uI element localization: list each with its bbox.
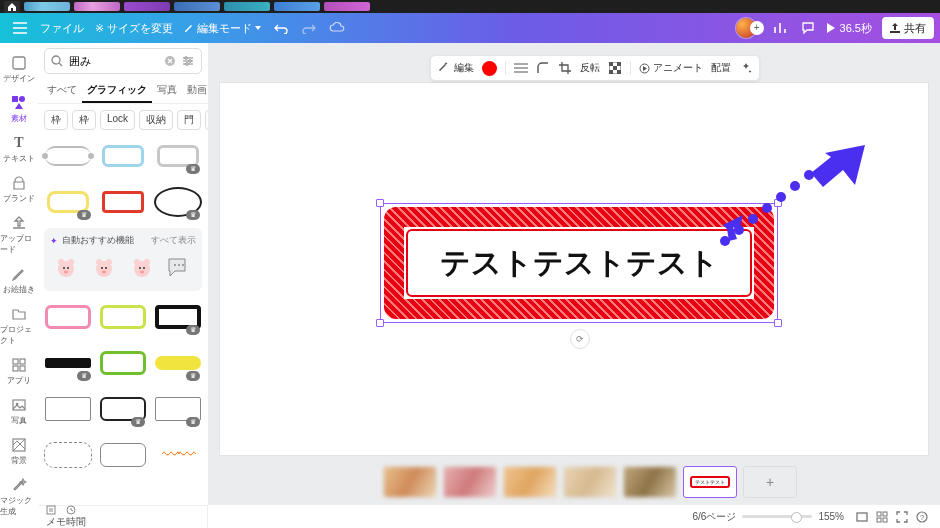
- search-options-icon[interactable]: [181, 54, 195, 68]
- asset-item[interactable]: [99, 297, 148, 337]
- search-box[interactable]: [44, 48, 202, 74]
- asset-item[interactable]: [99, 343, 148, 383]
- recommend-see-all[interactable]: すべて表示: [151, 234, 196, 247]
- asset-item[interactable]: ♛: [153, 297, 202, 337]
- chip[interactable]: 収納: [139, 110, 173, 130]
- border-style-icon[interactable]: [514, 61, 528, 75]
- analytics-icon[interactable]: [768, 16, 792, 40]
- duration-button[interactable]: 時間: [66, 505, 86, 528]
- fullscreen-icon[interactable]: [896, 511, 908, 523]
- transparency-icon[interactable]: [608, 61, 622, 75]
- asset-item[interactable]: [44, 435, 93, 475]
- file-menu[interactable]: ファイル: [34, 18, 90, 38]
- page-thumb[interactable]: [623, 466, 677, 498]
- asset-item[interactable]: ♛: [99, 389, 148, 429]
- resize-handle[interactable]: [774, 319, 782, 327]
- resize-handle[interactable]: [376, 199, 384, 207]
- asset-item[interactable]: ♛: [153, 343, 202, 383]
- tab-video[interactable]: 動画: [182, 79, 208, 103]
- asset-item[interactable]: [99, 136, 148, 176]
- play-preview-button[interactable]: 36.5秒: [826, 21, 872, 36]
- asset-item[interactable]: ♛: [153, 389, 202, 429]
- rail-upload[interactable]: アップロード: [0, 209, 38, 260]
- rail-apps[interactable]: アプリ: [0, 351, 38, 391]
- page-thumb-current[interactable]: テストテスト: [683, 466, 737, 498]
- share-button[interactable]: 共有: [882, 17, 934, 39]
- asset-item[interactable]: [44, 297, 93, 337]
- edit-image-button[interactable]: 編集: [437, 61, 474, 75]
- menu-icon[interactable]: [8, 16, 32, 40]
- page-thumb[interactable]: [383, 466, 437, 498]
- more-tools-icon[interactable]: [739, 61, 753, 75]
- asset-item[interactable]: 〰〰: [153, 435, 202, 475]
- browser-tab[interactable]: [324, 2, 370, 11]
- rail-text[interactable]: Tテキスト: [0, 129, 38, 169]
- cloud-sync-icon[interactable]: [325, 16, 349, 40]
- search-input[interactable]: [67, 52, 159, 70]
- page-thumb[interactable]: [563, 466, 617, 498]
- corner-radius-icon[interactable]: [536, 61, 550, 75]
- recommend-item[interactable]: [126, 251, 158, 285]
- animate-button[interactable]: アニメート: [639, 61, 703, 75]
- chip[interactable]: 枠: [72, 110, 96, 130]
- edit-mode-menu[interactable]: 編集モード: [178, 18, 267, 38]
- browser-tab[interactable]: [174, 2, 220, 11]
- rail-magic[interactable]: マジック生成: [0, 471, 38, 522]
- svg-rect-55: [883, 512, 887, 516]
- rail-projects[interactable]: プロジェクト: [0, 300, 38, 351]
- svg-text:?: ?: [920, 513, 925, 522]
- notes-button[interactable]: メモ: [46, 505, 66, 528]
- rail-photo[interactable]: 写真: [0, 391, 38, 431]
- fill-color-swatch[interactable]: [482, 61, 497, 76]
- recommend-item[interactable]: [164, 251, 196, 285]
- grid-view-icon[interactable]: [876, 511, 888, 523]
- clear-search-icon[interactable]: [163, 54, 177, 68]
- tab-graphic[interactable]: グラフィック: [82, 79, 152, 103]
- chip[interactable]: Lock: [100, 110, 135, 130]
- rotate-handle[interactable]: ⟳: [570, 329, 590, 349]
- add-page-button[interactable]: +: [743, 466, 797, 498]
- recommend-item[interactable]: [50, 251, 82, 285]
- comment-icon[interactable]: [796, 16, 820, 40]
- recommend-item[interactable]: [88, 251, 120, 285]
- tab-all[interactable]: すべて: [42, 79, 82, 103]
- rail-starred[interactable]: スター付き: [0, 522, 38, 528]
- tab-photo[interactable]: 写真: [152, 79, 182, 103]
- browser-tab[interactable]: [224, 2, 270, 11]
- asset-item[interactable]: [44, 136, 93, 176]
- position-button[interactable]: 配置: [711, 61, 731, 75]
- page-thumb[interactable]: [443, 466, 497, 498]
- rail-draw[interactable]: お絵描き: [0, 260, 38, 300]
- add-member-button[interactable]: +: [750, 21, 764, 35]
- page-thumb[interactable]: [503, 466, 557, 498]
- browser-tab[interactable]: [124, 2, 170, 11]
- chip[interactable]: 門: [177, 110, 201, 130]
- resize-menu[interactable]: ※ サイズを変更: [90, 18, 178, 38]
- asset-item[interactable]: [44, 389, 93, 429]
- rail-background[interactable]: 背景: [0, 431, 38, 471]
- asset-item[interactable]: [99, 182, 148, 222]
- canvas[interactable]: テストテストテスト ⟳: [220, 83, 928, 455]
- browser-tab[interactable]: [24, 2, 70, 11]
- asset-item[interactable]: ♛: [153, 136, 202, 176]
- asset-item[interactable]: ♛: [44, 182, 93, 222]
- help-icon[interactable]: ?: [916, 511, 928, 523]
- asset-item[interactable]: ♛: [153, 182, 202, 222]
- zoom-knob[interactable]: [791, 512, 802, 523]
- zoom-slider[interactable]: [742, 515, 812, 518]
- asset-item[interactable]: [99, 435, 148, 475]
- rail-elements[interactable]: 素材: [0, 89, 38, 129]
- asset-item[interactable]: ♛: [44, 343, 93, 383]
- browser-tab[interactable]: [74, 2, 120, 11]
- rail-design[interactable]: デザイン: [0, 49, 38, 89]
- home-tab[interactable]: [4, 1, 20, 13]
- chip[interactable]: 枠: [44, 110, 68, 130]
- rail-brand[interactable]: ブランド: [0, 169, 38, 209]
- fit-view-icon[interactable]: [856, 511, 868, 523]
- browser-tab[interactable]: [274, 2, 320, 11]
- flip-button[interactable]: 反転: [580, 61, 600, 75]
- resize-handle[interactable]: [376, 319, 384, 327]
- redo-button[interactable]: [297, 16, 321, 40]
- crop-icon[interactable]: [558, 61, 572, 75]
- undo-button[interactable]: [269, 16, 293, 40]
